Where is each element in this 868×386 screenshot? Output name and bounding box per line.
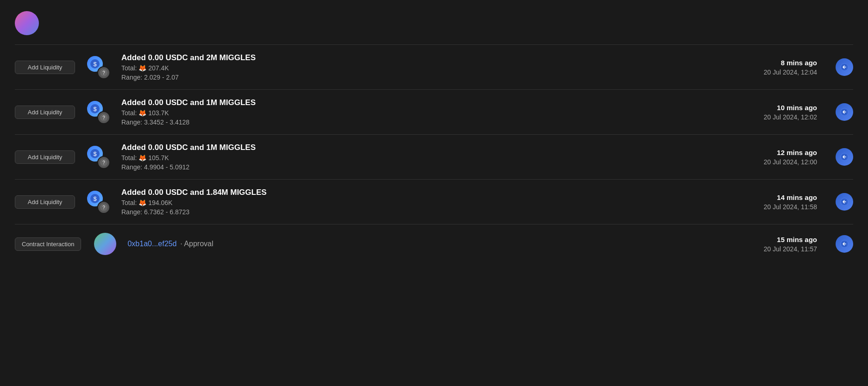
wallet-info	[46, 22, 50, 24]
svg-text:$: $	[93, 195, 97, 202]
transaction-time-section: 10 mins ago20 Jul 2024, 12:02	[724, 104, 817, 121]
svg-text:$: $	[93, 150, 97, 157]
svg-text:$: $	[93, 61, 97, 68]
transaction-direction-icon[interactable]	[836, 193, 853, 211]
transaction-direction-icon[interactable]	[836, 58, 853, 76]
transaction-total: Total: 🦊 103.7K	[121, 109, 713, 117]
transaction-range: Range: 4.9904 - 5.0912	[121, 163, 713, 171]
transaction-title: Added 0.00 USDC and 1M MIGGLES	[121, 98, 713, 107]
add-liquidity-button[interactable]: Add Liquidity	[15, 61, 75, 74]
transaction-total: Total: 🦊 194.06K	[121, 199, 713, 206]
contract-icon	[94, 233, 116, 255]
transaction-time-section: 12 mins ago20 Jul 2024, 12:00	[724, 149, 817, 166]
transaction-details: Added 0.00 USDC and 1M MIGGLESTotal: 🦊 1…	[121, 98, 713, 126]
transaction-row: Add Liquidity $ ? Added 0.00 USDC and 1M…	[0, 90, 868, 134]
transaction-date: 20 Jul 2024, 11:57	[764, 245, 817, 253]
transaction-total: Total: 🦊 105.7K	[121, 154, 713, 162]
token-icon-group: $ ?	[86, 190, 110, 214]
svg-text:?: ?	[102, 160, 105, 165]
contract-interaction-details: 0xb1a0...ef25d· Approval	[127, 240, 713, 248]
token-icon-group: $ ?	[86, 100, 110, 124]
transaction-row: Contract Interaction0xb1a0...ef25d· Appr…	[0, 224, 868, 263]
transaction-date: 20 Jul 2024, 12:02	[764, 113, 817, 121]
transaction-time-ago: 8 mins ago	[781, 59, 817, 67]
transaction-title: Added 0.00 USDC and 1.84M MIGGLES	[121, 188, 713, 197]
transaction-date: 20 Jul 2024, 12:04	[764, 68, 817, 76]
token-secondary-icon: ?	[97, 66, 110, 79]
transaction-direction-icon[interactable]	[836, 148, 853, 166]
add-liquidity-button[interactable]: Add Liquidity	[15, 195, 75, 209]
transaction-direction-icon[interactable]	[836, 103, 853, 121]
wallet-header	[0, 0, 868, 44]
transaction-row: Add Liquidity $ ? Added 0.00 USDC and 1.…	[0, 180, 868, 224]
transaction-time-ago: 15 mins ago	[777, 236, 817, 243]
approval-label: · Approval	[180, 240, 213, 248]
svg-text:?: ?	[102, 70, 105, 75]
contract-address-link[interactable]: 0xb1a0...ef25d	[127, 240, 176, 248]
transaction-title: Added 0.00 USDC and 2M MIGGLES	[121, 53, 713, 62]
transaction-time-section: 15 mins ago20 Jul 2024, 11:57	[724, 236, 817, 253]
transaction-time-ago: 14 mins ago	[777, 193, 817, 201]
transaction-details: Added 0.00 USDC and 1M MIGGLESTotal: 🦊 1…	[121, 143, 713, 171]
wallet-avatar	[15, 11, 39, 35]
svg-text:$: $	[93, 106, 97, 112]
add-liquidity-button[interactable]: Add Liquidity	[15, 106, 75, 119]
transaction-list: Add Liquidity $ ? Added 0.00 USDC and 2M…	[0, 45, 868, 263]
transaction-row: Add Liquidity $ ? Added 0.00 USDC and 1M…	[0, 135, 868, 179]
token-secondary-icon: ?	[97, 111, 110, 124]
transaction-time-ago: 12 mins ago	[777, 149, 817, 156]
transaction-time-section: 8 mins ago20 Jul 2024, 12:04	[724, 59, 817, 76]
transaction-date: 20 Jul 2024, 11:58	[764, 203, 817, 211]
transaction-time-section: 14 mins ago20 Jul 2024, 11:58	[724, 193, 817, 211]
transaction-date: 20 Jul 2024, 12:00	[764, 158, 817, 166]
transaction-row: Add Liquidity $ ? Added 0.00 USDC and 2M…	[0, 45, 868, 89]
contract-interaction-button[interactable]: Contract Interaction	[15, 237, 81, 251]
svg-text:?: ?	[102, 205, 105, 210]
add-liquidity-button[interactable]: Add Liquidity	[15, 150, 75, 164]
token-icon-group: $ ?	[86, 145, 110, 169]
transaction-range: Range: 2.029 - 2.07	[121, 74, 713, 81]
transaction-direction-icon[interactable]	[836, 235, 853, 253]
transaction-time-ago: 10 mins ago	[777, 104, 817, 112]
transaction-total: Total: 🦊 207.4K	[121, 64, 713, 72]
transaction-details: Added 0.00 USDC and 1.84M MIGGLESTotal: …	[121, 188, 713, 216]
transaction-title: Added 0.00 USDC and 1M MIGGLES	[121, 143, 713, 152]
token-secondary-icon: ?	[97, 156, 110, 169]
token-secondary-icon: ?	[97, 201, 110, 214]
svg-text:?: ?	[102, 115, 105, 120]
transaction-range: Range: 6.7362 - 6.8723	[121, 208, 713, 216]
transaction-details: Added 0.00 USDC and 2M MIGGLESTotal: 🦊 2…	[121, 53, 713, 81]
transaction-range: Range: 3.3452 - 3.4128	[121, 118, 713, 126]
contract-link-row: 0xb1a0...ef25d· Approval	[127, 240, 713, 248]
token-icon-group: $ ?	[86, 55, 110, 79]
